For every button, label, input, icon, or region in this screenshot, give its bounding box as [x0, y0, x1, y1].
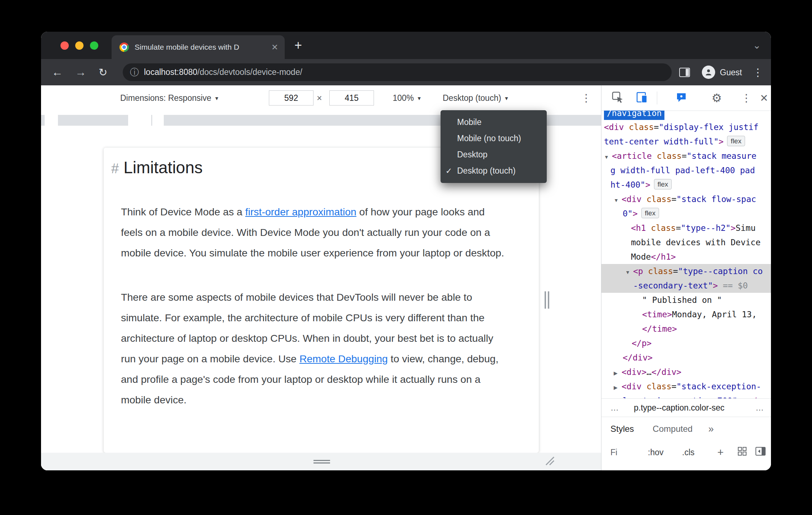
toolbar-divider	[657, 91, 657, 104]
flex-badge[interactable]: flex	[641, 208, 659, 218]
code-segment: class	[651, 223, 676, 233]
styles-filter-input[interactable]: Fi	[610, 448, 617, 457]
new-tab-button[interactable]: +	[294, 39, 302, 52]
dom-tree-node[interactable]: ▶<div class="stack-exception-	[601, 379, 771, 394]
flex-badge[interactable]: flex	[654, 179, 672, 189]
maximize-window-button[interactable]	[90, 41, 98, 50]
close-window-button[interactable]	[60, 41, 69, 50]
menu-item-label: Mobile	[457, 117, 482, 127]
toggle-element-state-button[interactable]: :hov	[648, 448, 663, 457]
code-segment: Mode	[631, 252, 651, 261]
profile-avatar[interactable]	[702, 66, 715, 79]
article-card: #Limitations Think of Device Mode as a f…	[104, 148, 539, 453]
viewport-resize-handle-right[interactable]	[545, 291, 549, 309]
code-segment: <div	[622, 382, 646, 391]
dom-tree-node[interactable]: " Published on "	[601, 293, 771, 307]
chat-bubble-icon[interactable]	[676, 91, 687, 104]
viewport-resize-handle-bottom[interactable]	[313, 460, 330, 464]
viewport-width-input[interactable]	[269, 90, 313, 106]
inspect-element-icon[interactable]	[612, 91, 624, 105]
device-toolbar-menu-icon[interactable]: ⋮	[581, 92, 591, 104]
paragraph-text: Think of Device Mode as a	[121, 206, 245, 218]
dom-tree-node[interactable]: ▼<div class="stack flow-spac	[601, 192, 771, 206]
expand-arrow-right-icon[interactable]: ▶	[614, 366, 622, 380]
element-classes-button[interactable]: .cls	[682, 448, 695, 457]
browser-menu-icon[interactable]: ⋮	[753, 66, 763, 79]
toggle-device-toolbar-icon[interactable]	[636, 91, 648, 105]
breadcrumb-ellipsis[interactable]: …	[755, 403, 764, 413]
menu-item-mobile-no-touch[interactable]: Mobile (no touch)	[441, 130, 547, 147]
expand-arrow-down-icon[interactable]: ▼	[614, 193, 622, 207]
forward-button[interactable]: →	[75, 66, 86, 79]
tab-computed[interactable]: Computed	[653, 424, 693, 434]
address-bar[interactable]: ⓘ localhost:8080/docs/devtools/device-mo…	[123, 63, 672, 81]
dimensions-select[interactable]: Dimensions: Responsive▼	[120, 93, 219, 103]
dom-tree-node[interactable]: ht-400">flex	[601, 178, 771, 192]
viewport-resize-handle-corner[interactable]	[544, 455, 555, 466]
breadcrumb-selected-node[interactable]: p.type--caption.color-sec	[634, 403, 725, 413]
new-style-rule-button[interactable]: +	[717, 446, 724, 458]
reload-button[interactable]: ↻	[99, 66, 107, 79]
computed-sidebar-toggle-icon[interactable]	[755, 447, 766, 458]
code-segment: =	[654, 122, 659, 132]
strip-segment	[152, 115, 164, 126]
menu-item-desktop[interactable]: Desktop	[441, 147, 547, 163]
remote-debugging-link[interactable]: Remote Debugging	[299, 353, 388, 364]
code-segment: >	[713, 281, 718, 290]
first-order-approximation-link[interactable]: first-order approximation	[245, 206, 356, 218]
breadcrumb-ellipsis[interactable]: …	[610, 403, 619, 413]
devtools-menu-icon[interactable]: ⋮	[741, 92, 752, 104]
flex-badge[interactable]: flex	[727, 136, 745, 146]
expand-arrow-down-icon[interactable]: ▼	[625, 265, 633, 279]
back-button[interactable]: ←	[52, 66, 63, 79]
tab-close-icon[interactable]: ✕	[271, 42, 278, 52]
expand-arrow-right-icon[interactable]: ▶	[614, 380, 622, 395]
viewport-bottom-gutter	[41, 453, 601, 470]
devtools-close-icon[interactable]: ✕	[760, 92, 768, 104]
chevron-down-icon: ▼	[417, 95, 422, 101]
minimize-window-button[interactable]	[75, 41, 84, 50]
styles-tab-bar: Styles Computed »	[601, 417, 771, 441]
chevron-down-icon: ▼	[504, 95, 509, 101]
dom-tree-node[interactable]: ▼<article class="stack measure	[601, 149, 771, 163]
tab-styles[interactable]: Styles	[610, 424, 634, 434]
styles-filter-bar: Fi :hov .cls +	[601, 440, 771, 464]
heading-anchor-hash[interactable]: #	[111, 161, 119, 176]
dom-tree-node[interactable]: <div class="display-flex justif	[601, 120, 771, 134]
code-segment: Monday, April 13,	[672, 310, 757, 319]
tab-search-chevron-icon[interactable]: ⌄	[753, 40, 761, 51]
device-type-select[interactable]: Desktop (touch)▼	[443, 93, 509, 103]
person-icon	[704, 68, 713, 76]
dom-tree-node[interactable]: lg:stack-exception-700"> </	[601, 394, 771, 398]
dimensions-times-separator: ×	[317, 93, 322, 103]
viewport-height-input[interactable]	[329, 90, 374, 106]
code-segment: =	[676, 223, 681, 233]
menu-item-desktop-touch[interactable]: ✓Desktop (touch)	[441, 163, 547, 179]
dom-tree-node[interactable]: ▶<div>…</div>	[601, 365, 771, 379]
dom-tree-node[interactable]: <h1 class="type--h2">Simu	[601, 221, 771, 235]
browser-window: Simulate mobile devices with D ✕ + ⌄ ← →…	[41, 32, 771, 470]
site-info-icon[interactable]: ⓘ	[130, 66, 139, 78]
grid-overlay-icon[interactable]	[737, 447, 747, 458]
menu-item-mobile[interactable]: Mobile	[441, 114, 547, 130]
dom-tree-node[interactable]: <time>Monday, April 13,	[601, 307, 771, 322]
desktop-background: { "icons": { "close": "✕", "plus": "+", …	[0, 0, 812, 515]
code-segment: "stack measure	[687, 151, 757, 161]
code-segment: class	[648, 267, 673, 276]
dom-tree-node[interactable]: g width-full pad-left-400 pad	[601, 163, 771, 178]
more-tabs-icon[interactable]: »	[708, 424, 714, 435]
dom-tree-node[interactable]: mobile devices with Device	[601, 235, 771, 250]
expand-arrow-down-icon[interactable]: ▼	[604, 150, 612, 164]
dom-tree-node[interactable]: -secondary-text"> == $0	[601, 278, 771, 293]
zoom-select[interactable]: 100%▼	[393, 93, 422, 103]
dom-tree-node[interactable]: tent-center width-full">flex	[601, 134, 771, 149]
settings-gear-icon[interactable]: ⚙	[712, 91, 722, 105]
dom-tree-node[interactable]: Mode</h1>	[601, 250, 771, 264]
dom-tree-node[interactable]: </div>	[601, 350, 771, 365]
side-panel-icon[interactable]	[679, 68, 690, 79]
dom-tree-node[interactable]: </time>	[601, 322, 771, 336]
dom-tree-node[interactable]: </p>	[601, 336, 771, 350]
dom-tree-node[interactable]: 0">flex	[601, 206, 771, 221]
dom-tree-node[interactable]: ▼<p class="type--caption co	[601, 264, 771, 278]
browser-tab[interactable]: Simulate mobile devices with D ✕	[112, 35, 285, 59]
